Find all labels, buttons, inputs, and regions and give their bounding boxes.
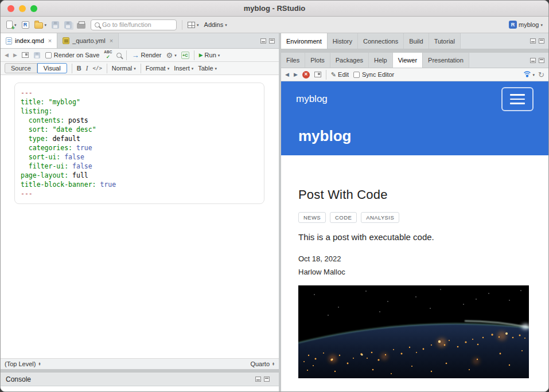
italic-button[interactable]: I — [86, 64, 88, 73]
tab-build[interactable]: Build — [404, 33, 429, 49]
caret-down-icon: ▾ — [134, 66, 136, 70]
visual-editor[interactable]: ---title: "myblog"listing: contents: pos… — [1, 75, 279, 358]
minimize-pane-icon[interactable] — [530, 58, 536, 63]
blog-navbar: myblog — [281, 81, 548, 117]
tab-label: Tutorial — [434, 38, 455, 45]
minimize-pane-icon[interactable] — [255, 377, 261, 382]
minimize-window-button[interactable] — [19, 5, 26, 12]
project-menu-button[interactable]: R myblog ▾ — [509, 21, 543, 29]
search-icon — [95, 22, 100, 28]
open-file-button[interactable]: ▾ — [34, 21, 47, 29]
open-in-new-window-icon[interactable] — [314, 72, 321, 77]
refresh-icon[interactable]: ↻ — [538, 71, 544, 79]
separator — [182, 20, 182, 30]
maximize-pane-icon[interactable] — [264, 377, 270, 382]
category-badge[interactable]: CODE — [330, 212, 357, 223]
maximize-pane-icon[interactable] — [539, 58, 544, 63]
insert-menu[interactable]: Insert ▾ — [174, 65, 193, 72]
zoom-window-button[interactable] — [30, 5, 37, 12]
pane-layout-button[interactable]: ▾ — [188, 22, 199, 28]
code-line: title-block-banner: true — [21, 180, 258, 189]
tab-files[interactable]: Files — [281, 53, 305, 68]
back-icon[interactable]: ◀ — [285, 72, 289, 77]
insert-chunk-button[interactable]: +C — [181, 52, 189, 59]
category-badge[interactable]: ANALYSIS — [361, 212, 399, 223]
minimize-pane-icon[interactable] — [260, 38, 266, 44]
maximize-pane-icon[interactable] — [269, 38, 275, 44]
tab-connections[interactable]: Connections — [358, 33, 404, 49]
title-banner: myblog — [281, 117, 548, 155]
yaml-metadata-block[interactable]: ---title: "myblog"listing: contents: pos… — [14, 83, 264, 204]
separator — [141, 64, 141, 73]
bold-button[interactable]: B — [77, 65, 81, 72]
filetype-label: Quarto — [250, 360, 270, 367]
back-icon[interactable]: ◀ — [5, 53, 9, 58]
tab-label: Packages — [336, 57, 363, 64]
render-on-save-checkbox[interactable]: Render on Save — [45, 52, 100, 58]
viewer-content[interactable]: myblog myblog Post With Code — [281, 81, 548, 391]
render-button[interactable]: → Render — [131, 52, 161, 59]
print-button[interactable] — [77, 21, 85, 29]
navbar-toggler-button[interactable] — [501, 87, 534, 111]
console-header[interactable]: Console — [1, 372, 279, 386]
tab-index-qmd[interactable]: index.qmd × — [1, 33, 57, 48]
forward-icon[interactable]: ▶ — [13, 53, 17, 58]
visual-mode-button[interactable]: Visual — [37, 63, 67, 73]
format-menu[interactable]: Format ▾ — [146, 65, 169, 72]
spellcheck-icon[interactable]: ABC ✓ — [104, 50, 112, 60]
stop-icon[interactable]: ✕ — [302, 71, 310, 79]
tab-packages[interactable]: Packages — [330, 53, 369, 68]
code-format-button[interactable]: </> — [93, 65, 102, 71]
render-settings-button[interactable]: ⚙ ▾ — [166, 52, 177, 59]
tab-quarto-yml[interactable]: _quarto.yml × — [57, 33, 119, 48]
caret-down-icon: ▾ — [533, 73, 535, 77]
blog-navbar-title[interactable]: myblog — [296, 93, 328, 105]
separator — [126, 50, 127, 60]
tab-environment[interactable]: Environment — [281, 33, 328, 49]
tab-viewer[interactable]: Viewer — [393, 53, 423, 68]
tab-plots[interactable]: Plots — [305, 53, 330, 68]
console-body[interactable] — [1, 386, 279, 391]
tab-tutorial[interactable]: Tutorial — [429, 33, 461, 49]
code-line: type: default — [21, 134, 258, 143]
viewer-toolbar: ◀ ▶ ✕ ✎ Edit Sync Editor — [281, 68, 548, 81]
caret-down-icon: ▾ — [174, 53, 177, 57]
hamburger-bar — [510, 99, 525, 100]
run-button[interactable]: ▶ Run ▾ — [199, 52, 220, 58]
minimize-pane-icon[interactable] — [530, 38, 536, 44]
close-tab-icon[interactable]: × — [110, 37, 113, 44]
close-tab-icon[interactable]: × — [48, 37, 52, 44]
tab-help[interactable]: Help — [369, 53, 393, 68]
publish-button[interactable]: ▾ — [523, 70, 535, 79]
workspace: index.qmd × _quarto.yml × ◀ ▶ — [1, 33, 548, 391]
abc-label: ABC — [104, 50, 112, 54]
paragraph-style-dropdown[interactable]: Normal ▾ — [112, 65, 136, 72]
source-mode-button[interactable]: Source — [5, 63, 37, 73]
filetype-selector[interactable]: Quarto ▲▼ — [250, 360, 275, 367]
open-in-new-window-icon[interactable] — [22, 52, 29, 58]
separator — [107, 64, 107, 73]
find-icon[interactable] — [116, 53, 122, 58]
goto-file-input[interactable] — [102, 21, 173, 28]
sync-editor-checkbox[interactable]: Sync Editor — [353, 71, 394, 78]
addins-button[interactable]: Addins ▾ — [204, 21, 227, 28]
save-button[interactable] — [52, 21, 59, 29]
table-menu[interactable]: Table ▾ — [198, 65, 217, 72]
edit-button[interactable]: ✎ Edit — [331, 71, 349, 78]
save-all-button[interactable] — [64, 21, 72, 29]
new-project-button[interactable]: R — [22, 21, 29, 29]
scope-selector[interactable]: (Top Level) ▲▼ — [5, 360, 41, 367]
maximize-pane-icon[interactable] — [539, 38, 544, 44]
close-window-button[interactable] — [7, 5, 14, 12]
new-file-button[interactable]: + ▾ — [6, 21, 17, 29]
tab-history[interactable]: History — [328, 33, 358, 49]
tab-presentation[interactable]: Presentation — [423, 53, 469, 68]
gear-icon: ⚙ — [166, 52, 173, 59]
forward-icon[interactable]: ▶ — [294, 72, 298, 77]
goto-file-search[interactable] — [91, 19, 177, 30]
save-icon[interactable] — [34, 52, 40, 58]
viewer-pane: Files Plots Packages Help Viewer Present… — [281, 53, 548, 391]
category-badge[interactable]: NEWS — [298, 212, 326, 223]
environment-tabstrip: Environment History Connections Build Tu… — [281, 33, 548, 49]
caret-down-icon: ▾ — [218, 53, 220, 57]
